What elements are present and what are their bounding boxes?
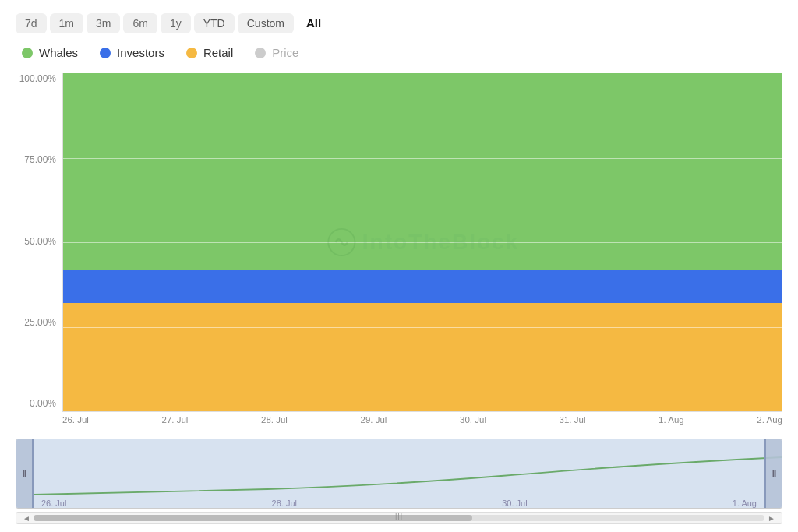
- x-label-1: 27. Jul: [162, 415, 189, 432]
- retail-label: Retail: [203, 46, 233, 59]
- y-label-100: 100.00%: [16, 73, 62, 84]
- chart-wrapper: 100.00% 75.00% 50.00% 25.00% 0.00%: [16, 73, 782, 524]
- nav-x-label-1: 28. Jul: [272, 499, 297, 508]
- filter-6m[interactable]: 6m: [123, 13, 157, 33]
- legend-investors[interactable]: Investors: [100, 46, 164, 59]
- whales-label: Whales: [39, 46, 78, 59]
- retail-dot: [186, 48, 197, 58]
- right-handle-icon: II: [772, 468, 776, 479]
- filter-ytd[interactable]: YTD: [194, 13, 235, 33]
- x-label-4: 30. Jul: [460, 415, 486, 432]
- band-investors: [63, 270, 782, 303]
- nav-x-labels: 26. Jul 28. Jul 30. Jul 1. Aug: [34, 499, 764, 508]
- filter-all[interactable]: All: [297, 12, 330, 33]
- nav-x-label-3: 1. Aug: [733, 499, 757, 508]
- left-handle-icon: II: [23, 468, 26, 479]
- page-container: 7d 1m 3m 6m 1y YTD Custom All Whales Inv…: [0, 0, 798, 532]
- x-axis: 26. Jul 27. Jul 28. Jul 29. Jul 30. Jul …: [62, 412, 782, 432]
- scrollbar-center-handle: |||: [395, 512, 403, 520]
- nav-x-label-0: 26. Jul: [41, 499, 66, 508]
- filter-1y[interactable]: 1y: [161, 13, 191, 33]
- y-label-75: 75.00%: [16, 154, 62, 165]
- investors-dot: [100, 48, 111, 58]
- x-label-2: 28. Jul: [261, 415, 288, 432]
- investors-label: Investors: [117, 46, 164, 59]
- y-label-50: 50.00%: [16, 236, 62, 247]
- x-label-7: 2. Aug: [757, 415, 782, 432]
- grid-line-75: [63, 158, 782, 159]
- x-label-5: 31. Jul: [560, 415, 586, 432]
- filter-7d[interactable]: 7d: [16, 13, 47, 33]
- whales-dot: [22, 48, 33, 58]
- chart-content: IntoTheBlock 26. Jul 27. Jul 28. Jul 29.…: [62, 73, 782, 432]
- grid-line-25: [63, 327, 782, 328]
- legend-retail[interactable]: Retail: [186, 46, 233, 59]
- scrollbar-thumb[interactable]: [34, 515, 472, 521]
- nav-handle-left[interactable]: II: [16, 439, 34, 508]
- nav-center: 26. Jul 28. Jul 30. Jul 1. Aug: [34, 439, 764, 508]
- main-chart-area: 100.00% 75.00% 50.00% 25.00% 0.00%: [16, 73, 782, 432]
- scrollbar-right-arrow[interactable]: ►: [764, 514, 779, 523]
- legend-price[interactable]: Price: [255, 46, 298, 59]
- y-label-0: 0.00%: [16, 398, 62, 409]
- navigator[interactable]: II 26. Jul 28. Jul 30. Jul 1. Aug II: [16, 439, 782, 509]
- scrollbar-left-arrow[interactable]: ◄: [19, 514, 34, 523]
- band-whales: [63, 73, 782, 270]
- filter-3m[interactable]: 3m: [87, 13, 120, 33]
- stacked-chart[interactable]: IntoTheBlock: [62, 73, 782, 412]
- band-retail: [63, 303, 782, 411]
- x-label-6: 1. Aug: [659, 415, 684, 432]
- y-label-25: 25.00%: [16, 317, 62, 328]
- scrollbar[interactable]: ◄ ||| ►: [16, 512, 782, 524]
- x-label-3: 29. Jul: [361, 415, 387, 432]
- price-label: Price: [272, 46, 298, 59]
- grid-line-50: [63, 242, 782, 243]
- y-axis: 100.00% 75.00% 50.00% 25.00% 0.00%: [16, 73, 62, 432]
- legend-whales[interactable]: Whales: [22, 46, 78, 59]
- chart-legend: Whales Investors Retail Price: [16, 46, 782, 59]
- nav-curve-svg: [34, 454, 782, 497]
- filter-custom[interactable]: Custom: [238, 13, 294, 33]
- nav-x-label-2: 30. Jul: [502, 499, 527, 508]
- scrollbar-track[interactable]: |||: [34, 515, 764, 521]
- time-filter-bar: 7d 1m 3m 6m 1y YTD Custom All: [16, 12, 782, 33]
- nav-handle-right[interactable]: II: [764, 439, 782, 508]
- price-dot: [255, 48, 266, 58]
- filter-1m[interactable]: 1m: [50, 13, 83, 33]
- x-label-0: 26. Jul: [62, 415, 89, 432]
